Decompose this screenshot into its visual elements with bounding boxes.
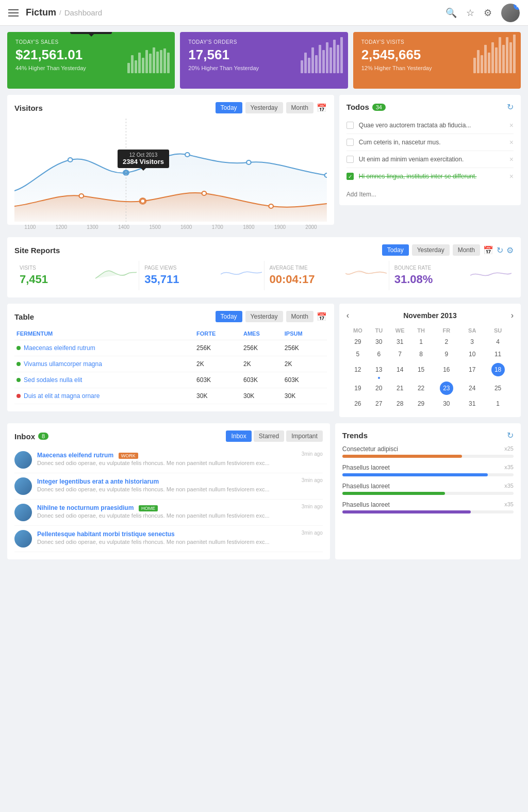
todo-close-2[interactable]: × — [509, 138, 514, 146]
cal-cell[interactable]: 15 — [411, 360, 431, 379]
sr-settings-icon[interactable]: ⚙ — [506, 245, 514, 255]
cal-cell[interactable]: 1 — [411, 336, 431, 348]
trend-bar-bg-4 — [342, 510, 514, 513]
cal-cell[interactable]: 3 — [462, 336, 482, 348]
cal-cell[interactable]: 28 — [389, 397, 411, 410]
todos-header: Todos 34 ↻ — [346, 102, 514, 112]
sr-tab-month[interactable]: Month — [453, 244, 480, 256]
todo-checkbox-3[interactable] — [346, 156, 354, 163]
svg-point-9 — [269, 204, 273, 208]
inbox-name-4[interactable]: Pellentesque habitant morbi tristique se… — [37, 531, 175, 538]
trend-label-2: Phasellus laoreet x35 — [342, 464, 514, 471]
todo-close-3[interactable]: × — [509, 155, 514, 163]
cal-cell[interactable]: 6 — [369, 348, 389, 360]
avatar-badge: 2 — [514, 4, 520, 10]
cal-cell[interactable]: 2 — [431, 336, 462, 348]
cal-cell[interactable]: 27 — [369, 397, 389, 410]
trend-bar-4 — [342, 510, 471, 513]
inbox-tab-important[interactable]: Important — [286, 430, 323, 442]
cal-cell[interactable]: 20 — [369, 379, 389, 397]
row-link-2[interactable]: Vivamus ullamcorper magna — [24, 360, 102, 368]
inbox-content-2: Integer legentibus erat a ante historiar… — [37, 477, 293, 492]
page-title: Dashboard — [64, 8, 102, 17]
trends-refresh-icon[interactable]: ↻ — [507, 430, 514, 440]
row-link-4[interactable]: Duis at elit at magna ornare — [24, 392, 100, 400]
avatar[interactable]: 2 — [501, 4, 520, 22]
visitors-tab-month[interactable]: Month — [286, 102, 314, 113]
trends-list: Consectetur adipisci x25 Phasellus laore… — [342, 445, 514, 513]
inbox-name-3[interactable]: Nihilne te nocturnum praesidium — [37, 504, 134, 511]
calendar-prev-button[interactable]: ‹ — [346, 311, 349, 320]
visitors-tab-yesterday[interactable]: Yesterday — [245, 102, 283, 113]
cal-cell-today[interactable]: 18 — [482, 360, 514, 379]
row-link-1[interactable]: Maecenas eleifend rutrum — [24, 344, 95, 352]
cal-cell[interactable]: 22 — [411, 379, 431, 397]
cal-cell[interactable]: 29 — [346, 336, 369, 348]
orders-label: TODAY'S ORDERS — [188, 39, 339, 45]
calendar-next-button[interactable]: › — [511, 311, 514, 320]
cal-week-5: 26 27 28 29 30 31 1 — [346, 397, 514, 410]
cal-cell[interactable]: 31 — [462, 397, 482, 410]
cal-cell[interactable]: 8 — [411, 348, 431, 360]
todo-add-input[interactable] — [346, 188, 514, 198]
main-content: 22 Feb 2013 $230,213.01 TODAY'S SALES $2… — [0, 26, 528, 566]
hamburger-button[interactable] — [8, 9, 19, 16]
cal-cell[interactable]: 11 — [482, 348, 514, 360]
cal-cell[interactable]: 24 — [462, 379, 482, 397]
table-tab-today[interactable]: Today — [216, 311, 242, 322]
inbox-item-2: Integer legentibus erat a ante historiar… — [14, 473, 323, 500]
trend-label-1: Consectetur adipisci x25 — [342, 445, 514, 453]
cal-cell[interactable]: 26 — [346, 397, 369, 410]
trend-bar-bg-3 — [342, 492, 514, 495]
sr-calendar-icon[interactable]: 📅 — [483, 245, 493, 255]
cal-cell[interactable]: 31 — [389, 336, 411, 348]
todo-checkbox-2[interactable] — [346, 139, 354, 146]
cal-cell[interactable]: 14 — [389, 360, 411, 379]
cal-cell[interactable]: 4 — [482, 336, 514, 348]
search-icon[interactable]: 🔍 — [446, 7, 457, 19]
inbox-content-4: Pellentesque habitant morbi tristique se… — [37, 530, 293, 545]
cal-cell[interactable]: 30 — [431, 397, 462, 410]
cal-cell[interactable]: 21 — [389, 379, 411, 397]
table-tab-month[interactable]: Month — [286, 311, 314, 322]
sales-chart — [127, 47, 170, 73]
todos-count: 34 — [372, 104, 386, 111]
todo-close-4[interactable]: × — [509, 172, 514, 180]
star-icon[interactable]: ☆ — [466, 7, 474, 19]
cal-cell[interactable]: 10 — [462, 348, 482, 360]
settings-icon[interactable]: ⚙ — [484, 7, 492, 19]
trend-bar-bg-2 — [342, 473, 514, 476]
cal-cell[interactable]: 17 — [462, 360, 482, 379]
row-ipsum-3: 603K — [283, 372, 327, 388]
cal-cell[interactable]: 16 — [431, 360, 462, 379]
cal-cell[interactable]: 13 — [369, 360, 389, 379]
sr-tab-yesterday[interactable]: Yesterday — [412, 244, 450, 256]
todos-refresh-icon[interactable]: ↻ — [507, 102, 514, 112]
sr-tab-today[interactable]: Today — [382, 244, 409, 256]
todo-input[interactable] — [346, 191, 514, 198]
inbox-name-2[interactable]: Integer legentibus erat a ante historiar… — [37, 478, 159, 485]
row-forte-3: 603K — [194, 372, 241, 388]
todo-checkbox-1[interactable] — [346, 122, 354, 129]
inbox-tab-inbox[interactable]: Inbox — [226, 430, 251, 442]
cal-cell-highlighted[interactable]: 23 — [431, 379, 462, 397]
todo-checkbox-4[interactable]: ✓ — [346, 173, 354, 180]
todo-close-1[interactable]: × — [509, 121, 514, 129]
row-link-3[interactable]: Sed sodales nulla elit — [24, 376, 82, 384]
cal-cell[interactable]: 9 — [431, 348, 462, 360]
visitors-calendar-icon[interactable]: 📅 — [317, 103, 327, 113]
table-calendar-icon[interactable]: 📅 — [317, 312, 327, 322]
sr-refresh-icon[interactable]: ↻ — [497, 245, 503, 255]
cal-cell[interactable]: 19 — [346, 379, 369, 397]
cal-cell[interactable]: 25 — [482, 379, 514, 397]
cal-cell[interactable]: 12 — [346, 360, 369, 379]
cal-cell[interactable]: 29 — [411, 397, 431, 410]
table-tab-yesterday[interactable]: Yesterday — [245, 311, 283, 322]
trend-count-3: x35 — [504, 483, 514, 490]
inbox-tab-starred[interactable]: Starred — [254, 430, 284, 442]
cal-cell[interactable]: 5 — [346, 348, 369, 360]
cal-cell[interactable]: 7 — [389, 348, 411, 360]
cal-cell[interactable]: 1 — [482, 397, 514, 410]
visitors-tab-today[interactable]: Today — [216, 102, 242, 113]
cal-cell[interactable]: 30 — [369, 336, 389, 348]
